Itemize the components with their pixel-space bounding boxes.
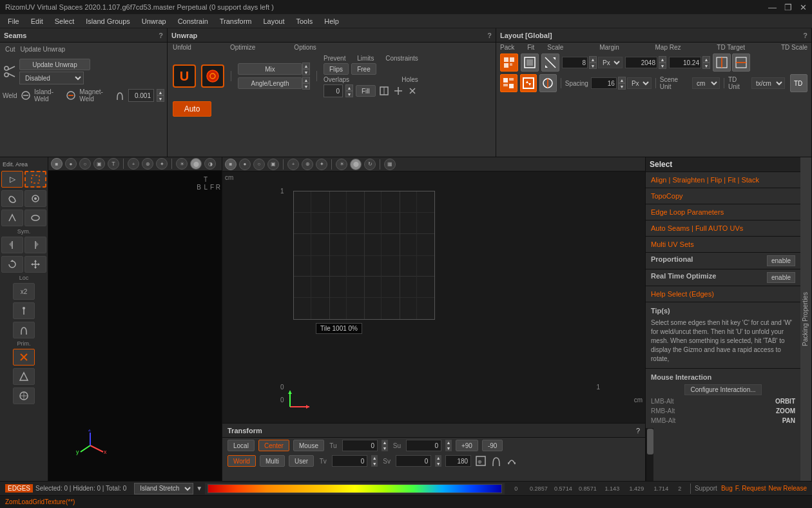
grid-tool[interactable] <box>13 387 35 404</box>
su-input[interactable]: 0 <box>406 440 441 451</box>
3d-icon-solid[interactable]: ■ <box>51 158 63 170</box>
constrain-icon3[interactable] <box>407 85 418 97</box>
angle-length-btn[interactable]: Angle/Length <box>238 77 302 89</box>
uv-icon-c2[interactable]: ⊕ <box>302 159 313 170</box>
edge-loop-link[interactable]: Edge Loop Parameters <box>651 207 795 217</box>
3d-icon-c1[interactable]: + <box>128 158 139 170</box>
td-icon[interactable]: TD <box>790 74 807 92</box>
menu-select[interactable]: Select <box>50 16 80 26</box>
x2-tool[interactable]: x2 <box>13 283 35 300</box>
select-box-tool[interactable] <box>24 171 46 188</box>
margin-value[interactable]: 8 <box>562 57 588 68</box>
3d-icon-light[interactable]: ☀ <box>176 158 188 170</box>
constrain-icon2[interactable] <box>392 85 404 97</box>
select-tool[interactable]: ▷ <box>1 171 23 188</box>
transform-help[interactable]: ? <box>636 427 640 435</box>
island-weld-icon[interactable] <box>65 88 77 103</box>
cut-icon[interactable] <box>3 64 17 79</box>
pack-btn[interactable] <box>500 54 518 72</box>
scrollbar-thumb[interactable] <box>647 429 653 454</box>
constrain-icon1[interactable] <box>378 85 390 97</box>
fit-btn[interactable] <box>521 54 539 72</box>
configure-btn[interactable]: Configure Interaction... <box>684 384 761 395</box>
bug-btn[interactable]: Bug <box>721 484 733 493</box>
update-unwrap-btn[interactable]: Update Unwrap <box>19 59 90 70</box>
minimize-btn[interactable]: — <box>768 3 777 12</box>
menu-unwrap[interactable]: Unwrap <box>137 16 171 26</box>
sv-input[interactable]: 0 <box>396 455 431 467</box>
td-scale-icon1[interactable] <box>713 54 731 72</box>
magnet-weld-icon[interactable] <box>114 88 126 103</box>
al-down[interactable]: ▼ <box>302 83 310 90</box>
3d-icon-sphere[interactable]: ● <box>65 158 77 170</box>
center-btn[interactable]: Center <box>258 440 289 451</box>
cut-tool[interactable] <box>13 349 35 366</box>
free-btn[interactable]: Free <box>351 63 376 75</box>
fill-btn[interactable]: Fill <box>356 85 376 97</box>
mix-btn[interactable]: Mix <box>238 63 302 75</box>
proportional-enable-btn[interactable]: enable <box>767 255 795 266</box>
uv-icon-sphere2[interactable]: ⬤ <box>350 159 362 170</box>
scene-unit-select[interactable]: cm <box>692 77 720 89</box>
uv-gizmo-icon3[interactable] <box>506 455 517 467</box>
3d-icon-sphere2[interactable]: ⬤ <box>190 158 202 170</box>
fit-btn2[interactable] <box>520 74 537 92</box>
uv-icon-solid[interactable]: ■ <box>225 159 237 170</box>
tv-input[interactable]: 0 <box>332 455 367 467</box>
minus90-btn[interactable]: -90 <box>482 440 503 451</box>
help-select-link[interactable]: Help Select (Edges) <box>651 289 795 299</box>
flips-btn[interactable]: Flips <box>324 63 349 75</box>
overlaps-value[interactable]: 0 <box>324 84 343 97</box>
weld-icon[interactable] <box>20 88 32 103</box>
uv-gizmo-icon2[interactable] <box>490 455 502 467</box>
3d-icon-wire[interactable]: ○ <box>79 158 91 170</box>
uv-gizmo-icon1[interactable]: ⊕ <box>475 455 487 467</box>
island-stretch-select[interactable]: Island Stretch <box>134 483 193 494</box>
weld-spinner[interactable]: ▲ ▼ <box>157 89 164 102</box>
optimize-btn[interactable] <box>201 64 224 88</box>
auto-seams-link[interactable]: Auto Seams | Full AUTO UVs <box>651 223 795 233</box>
td-unit-select[interactable]: tx/cm <box>751 77 785 89</box>
disabled-select[interactable]: Disabled <box>19 72 84 84</box>
weld-down[interactable]: ▼ <box>157 95 164 102</box>
close-btn[interactable]: ✕ <box>800 3 807 12</box>
right-scrollbar[interactable] <box>646 428 653 481</box>
align-link[interactable]: Align | Straighten | Flip | Fit | Stack <box>651 175 795 185</box>
3d-icon-half[interactable]: ◑ <box>204 158 216 170</box>
scale-btn[interactable] <box>541 54 559 72</box>
menu-constrain[interactable]: Constrain <box>173 16 213 26</box>
3d-icon-tex[interactable]: T <box>108 158 119 170</box>
user-btn[interactable]: User <box>289 455 314 467</box>
move-tool[interactable] <box>24 256 46 273</box>
sym-tool2[interactable] <box>24 237 46 253</box>
map-rez-value[interactable]: 2048 <box>625 57 657 68</box>
uv-icon-sphere[interactable]: ● <box>239 159 251 170</box>
spacing-unit[interactable]: Px <box>627 77 652 89</box>
mix-up[interactable]: ▲ <box>302 63 310 69</box>
menu-edit[interactable]: Edit <box>26 16 48 26</box>
tu-input[interactable]: 0 <box>342 440 378 451</box>
uv-icon-light[interactable]: ☀ <box>336 159 347 170</box>
uv-icon-c1[interactable]: + <box>287 159 299 170</box>
pack-btn2[interactable] <box>500 74 517 92</box>
3d-icon-c2[interactable]: ⊕ <box>142 158 153 170</box>
dropdown-arrow[interactable]: ▼ <box>196 485 202 492</box>
menu-help[interactable]: Help <box>319 16 344 26</box>
uv-icon-refresh[interactable]: ↻ <box>364 159 376 170</box>
3d-icon-c3[interactable]: ✦ <box>156 158 168 170</box>
seams-help[interactable]: ? <box>159 32 163 39</box>
auto-btn[interactable]: Auto <box>173 101 211 117</box>
loop-tool[interactable] <box>24 210 46 226</box>
uv-icon-c3[interactable]: ✦ <box>316 159 327 170</box>
td-scale-icon2[interactable] <box>732 54 750 72</box>
weld-tool[interactable] <box>13 322 35 338</box>
unwrap-help[interactable]: ? <box>487 32 492 39</box>
restore-btn[interactable]: ❐ <box>784 3 792 12</box>
new-release-btn[interactable]: New Release <box>769 484 807 493</box>
scale-btn2[interactable] <box>539 74 557 92</box>
multi-uv-link[interactable]: Multi UV Sets <box>651 239 795 249</box>
multi-btn[interactable]: Multi <box>260 455 285 467</box>
menu-tools[interactable]: Tools <box>291 16 318 26</box>
snap-tool[interactable] <box>13 368 35 385</box>
spacing-value[interactable]: 16 <box>591 77 617 89</box>
